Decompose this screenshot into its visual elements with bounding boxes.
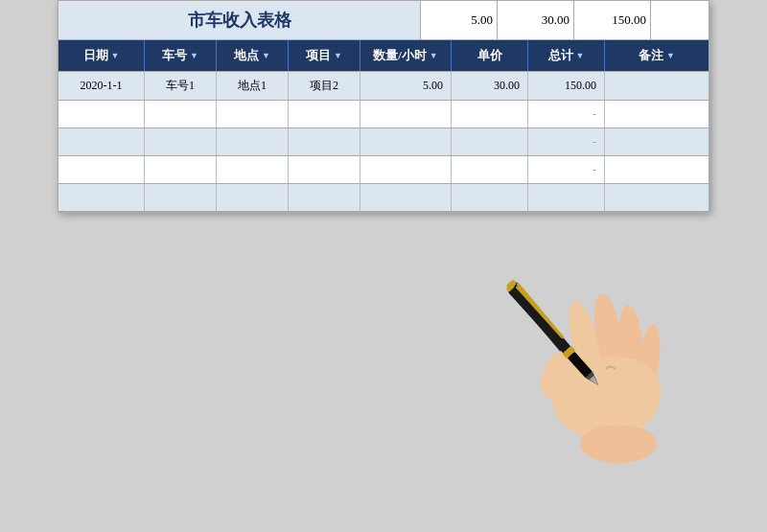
svg-rect-2	[567, 352, 593, 382]
cell-price-2	[452, 128, 528, 155]
cell-loc-1	[217, 101, 289, 127]
cell-loc-0: 地点1	[217, 72, 289, 100]
table-row: -	[58, 100, 709, 127]
cell-total-3: -	[528, 156, 605, 183]
svg-rect-6	[506, 279, 518, 289]
table-bottom-border	[58, 211, 709, 213]
svg-point-8	[532, 342, 589, 405]
cell-date-1	[58, 101, 145, 127]
header-total: 总计 ▼	[528, 40, 605, 71]
title-blank	[651, 1, 709, 39]
svg-point-21	[580, 425, 657, 463]
cell-qty-4	[360, 184, 452, 211]
cell-car-4	[145, 184, 217, 211]
cell-notes-2	[605, 128, 709, 155]
svg-rect-19	[516, 286, 564, 339]
svg-marker-4	[589, 379, 602, 392]
date-dropdown-icon[interactable]: ▼	[111, 51, 120, 60]
header-unit-price: 单价	[452, 40, 528, 71]
table-row: 2020-1-1 车号1 地点1 项目2 5.00 30.00 150.00	[58, 71, 709, 100]
car-dropdown-icon[interactable]: ▼	[190, 51, 198, 60]
svg-point-7	[540, 335, 668, 451]
cell-loc-4	[217, 184, 289, 211]
header-qty: 数量/小时 ▼	[360, 40, 452, 71]
svg-point-12	[638, 323, 662, 391]
cell-notes-4	[605, 184, 709, 211]
svg-point-13	[553, 346, 670, 450]
cell-total-0: 150.00	[528, 72, 605, 100]
hand-pen-illustration	[441, 206, 690, 474]
table-title: 市车收入表格	[58, 1, 421, 39]
svg-rect-20	[505, 283, 515, 292]
cell-item-1	[289, 101, 360, 127]
cell-total-1: -	[528, 101, 605, 127]
cell-price-0: 30.00	[452, 72, 528, 100]
header-item: 项目 ▼	[289, 40, 360, 71]
notes-dropdown-icon[interactable]: ▼	[666, 51, 675, 60]
item-dropdown-icon[interactable]: ▼	[334, 51, 342, 60]
cell-notes-1	[605, 101, 709, 127]
table-row	[58, 183, 709, 211]
header-location: 地点 ▼	[217, 40, 289, 71]
title-val3: 150.00	[574, 1, 651, 39]
qty-dropdown-icon[interactable]: ▼	[430, 51, 438, 60]
cell-item-0: 项目2	[289, 72, 360, 100]
svg-rect-15	[562, 346, 575, 359]
cell-qty-3	[360, 156, 452, 183]
svg-point-10	[590, 291, 629, 379]
svg-marker-18	[590, 376, 601, 387]
table-row: -	[58, 127, 709, 155]
table-header: 日期 ▼ 车号 ▼ 地点 ▼ 项目 ▼ 数量/小时 ▼ 单价 总计 ▼ 备注 ▼	[58, 39, 709, 71]
loc-dropdown-icon[interactable]: ▼	[262, 51, 270, 60]
cell-item-2	[289, 128, 360, 155]
header-car: 车号 ▼	[145, 40, 217, 71]
cell-date-0: 2020-1-1	[58, 72, 145, 100]
spreadsheet: 市车收入表格 5.00 30.00 150.00 日期 ▼ 车号 ▼ 地点 ▼ …	[58, 0, 709, 213]
svg-marker-17	[586, 372, 602, 389]
cell-car-0: 车号1	[145, 72, 217, 100]
cell-car-3	[145, 156, 217, 183]
svg-rect-0	[507, 282, 571, 356]
svg-point-11	[616, 304, 646, 382]
cell-qty-2	[360, 128, 452, 155]
svg-marker-3	[585, 374, 603, 393]
title-val2: 30.00	[498, 1, 574, 39]
cell-total-4	[528, 184, 605, 211]
cell-item-4	[289, 184, 360, 211]
table-row: -	[58, 155, 709, 183]
cell-price-3	[452, 156, 528, 183]
title-val1: 5.00	[421, 1, 498, 39]
cell-date-2	[58, 128, 145, 155]
cell-qty-0: 5.00	[360, 72, 452, 100]
svg-point-9	[563, 298, 608, 382]
svg-rect-1	[561, 345, 576, 359]
cell-item-3	[289, 156, 360, 183]
header-date: 日期 ▼	[58, 40, 145, 71]
svg-rect-16	[568, 352, 593, 378]
cell-total-2: -	[528, 128, 605, 155]
cell-notes-0	[605, 72, 709, 100]
svg-rect-5	[516, 283, 565, 339]
total-dropdown-icon[interactable]: ▼	[576, 51, 585, 60]
title-row: 市车收入表格 5.00 30.00 150.00	[58, 0, 709, 39]
cell-date-3	[58, 156, 145, 183]
header-notes: 备注 ▼	[605, 40, 709, 71]
svg-rect-14	[508, 286, 571, 355]
cell-notes-3	[605, 156, 709, 183]
cell-qty-1	[360, 101, 452, 127]
cell-car-1	[145, 101, 217, 127]
cell-date-4	[58, 184, 145, 211]
cell-price-1	[452, 101, 528, 127]
cell-price-4	[452, 184, 528, 211]
cell-car-2	[145, 128, 217, 155]
cell-loc-2	[217, 128, 289, 155]
cell-loc-3	[217, 156, 289, 183]
